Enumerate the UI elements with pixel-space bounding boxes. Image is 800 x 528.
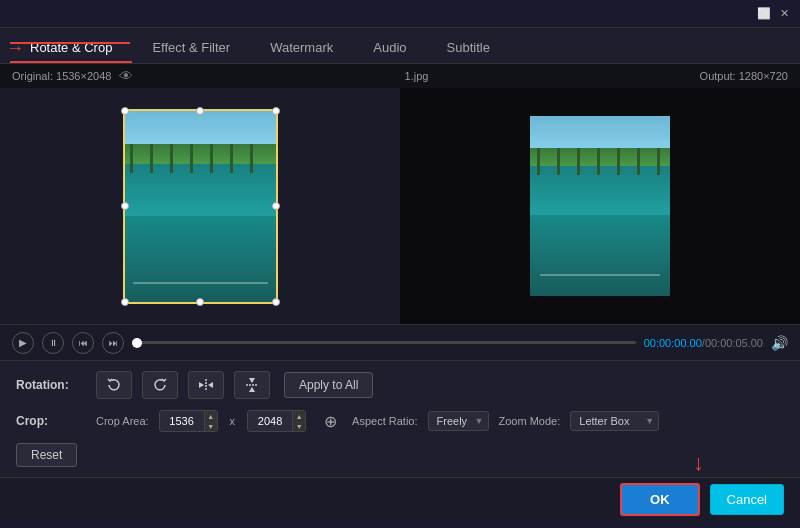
tab-audio[interactable]: Audio xyxy=(353,34,426,63)
ok-button[interactable]: OK xyxy=(620,483,700,516)
preview-panels xyxy=(0,88,800,324)
cancel-button[interactable]: Cancel xyxy=(710,484,784,515)
x-separator: x xyxy=(230,415,236,427)
zoom-mode-select[interactable]: Letter Box Pan & Scan Full xyxy=(570,411,659,431)
preview-area: Original: 1536×2048 👁 1.jpg Output: 1280… xyxy=(0,64,800,324)
tab-rotate-crop[interactable]: Rotate & Crop xyxy=(10,34,132,63)
flip-horizontal-button[interactable] xyxy=(188,371,224,399)
close-button[interactable]: ✕ xyxy=(776,6,792,22)
rotation-row: Rotation: xyxy=(16,371,784,399)
right-preview-panel xyxy=(400,88,800,324)
play-button[interactable]: ▶ xyxy=(12,332,34,354)
output-label: Output: 1280×720 xyxy=(700,70,788,82)
aspect-ratio-label: Aspect Ratio: xyxy=(352,415,417,427)
crop-width-spinners: ▲ ▼ xyxy=(204,411,217,431)
crop-width-up[interactable]: ▲ xyxy=(205,411,217,421)
svg-marker-5 xyxy=(249,387,255,392)
down-arrow-indicator: ↓ xyxy=(693,450,704,476)
restore-button[interactable]: ⬜ xyxy=(756,6,772,22)
tab-watermark[interactable]: Watermark xyxy=(250,34,353,63)
left-preview-panel xyxy=(0,88,400,324)
crop-width-input[interactable] xyxy=(160,412,204,430)
tab-bar: → Rotate & Crop Effect & Filter Watermar… xyxy=(0,28,800,64)
crop-height-input[interactable] xyxy=(248,412,292,430)
crop-width-input-wrap: ▲ ▼ xyxy=(159,410,218,432)
svg-marker-4 xyxy=(249,378,255,383)
crop-container xyxy=(123,109,278,304)
right-palm-trees xyxy=(537,148,663,175)
flip-vertical-button[interactable] xyxy=(234,371,270,399)
crop-height-input-wrap: ▲ ▼ xyxy=(247,410,306,432)
eye-icon[interactable]: 👁 xyxy=(119,68,133,84)
reset-button[interactable]: Reset xyxy=(16,443,77,467)
apply-to-all-button[interactable]: Apply to All xyxy=(284,372,373,398)
arrow-indicator: → xyxy=(6,38,24,59)
right-preview-image xyxy=(530,116,670,296)
rotation-label: Rotation: xyxy=(16,378,86,392)
aspect-ratio-select[interactable]: Freely 16:9 4:3 1:1 xyxy=(428,411,489,431)
rotate-ccw-button[interactable] xyxy=(96,371,132,399)
crop-height-spinners: ▲ ▼ xyxy=(292,411,305,431)
crop-row: Crop: Crop Area: ▲ ▼ x ▲ ▼ ⊕ Aspect Rati… xyxy=(16,409,784,433)
aspect-ratio-select-wrap: Freely 16:9 4:3 1:1 ▼ xyxy=(428,411,489,431)
zoom-mode-select-wrap: Letter Box Pan & Scan Full ▼ xyxy=(570,411,659,431)
palm-trees xyxy=(130,144,270,173)
crosshair-button[interactable]: ⊕ xyxy=(318,409,342,433)
filename-label: 1.jpg xyxy=(405,70,429,82)
time-display: 00:00:00.00/00:00:05.00 xyxy=(644,337,763,349)
seek-bar[interactable] xyxy=(132,341,636,344)
crop-height-down[interactable]: ▼ xyxy=(293,421,305,431)
controls-area: Rotation: xyxy=(0,360,800,477)
title-bar: ⬜ ✕ xyxy=(0,0,800,28)
svg-marker-2 xyxy=(208,382,213,388)
crop-height-up[interactable]: ▲ xyxy=(293,411,305,421)
right-pool-scene xyxy=(530,116,670,296)
crop-image xyxy=(123,109,278,304)
tab-effect-filter[interactable]: Effect & Filter xyxy=(132,34,250,63)
tab-subtitle[interactable]: Subtitle xyxy=(427,34,510,63)
pause-button[interactable]: ⏸ xyxy=(42,332,64,354)
original-label: Original: 1536×2048 xyxy=(12,70,111,82)
crop-width-down[interactable]: ▼ xyxy=(205,421,217,431)
rotate-cw-button[interactable] xyxy=(142,371,178,399)
playback-bar: ▶ ⏸ ⏮ ⏭ 00:00:00.00/00:00:05.00 🔊 xyxy=(0,324,800,360)
preview-info-bar: Original: 1536×2048 👁 1.jpg Output: 1280… xyxy=(0,64,800,88)
zoom-mode-label: Zoom Mode: xyxy=(499,415,561,427)
crop-label: Crop: xyxy=(16,414,86,428)
volume-icon[interactable]: 🔊 xyxy=(771,335,788,351)
next-frame-button[interactable]: ⏭ xyxy=(102,332,124,354)
crop-area-label: Crop Area: xyxy=(96,415,149,427)
preview-info-left: Original: 1536×2048 👁 xyxy=(12,68,133,84)
svg-marker-1 xyxy=(199,382,204,388)
bottom-bar: ↓ OK Cancel xyxy=(0,477,800,521)
seek-thumb xyxy=(132,338,142,348)
prev-frame-button[interactable]: ⏮ xyxy=(72,332,94,354)
pool-scene xyxy=(123,109,278,304)
